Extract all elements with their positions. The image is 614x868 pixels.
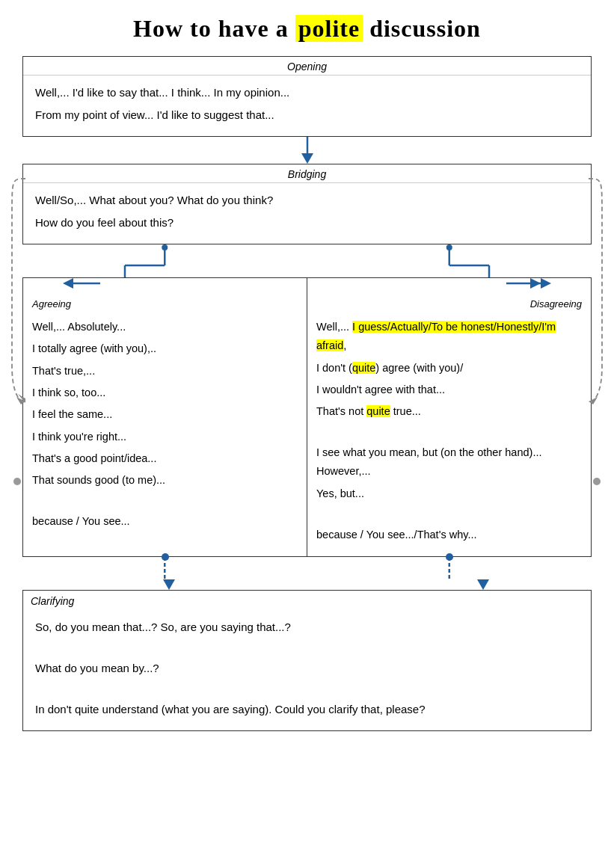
clarifying-content: So, do you mean that...? So, are you say…: [23, 610, 591, 731]
title-highlight: polite: [295, 15, 363, 42]
title-before: How to have a: [133, 15, 295, 42]
bridging-line1: Well/So,... What about you? What do you …: [35, 191, 579, 210]
clarifying-line1: So, do you mean that...? So, are you say…: [35, 618, 579, 637]
arrow-opening-bridging: [22, 137, 592, 164]
agree-line8: That sounds good (to me)...: [32, 471, 298, 490]
disagree-line2: I don't (quite) agree (with you)/: [316, 359, 582, 378]
agree-line6: I think you're right...: [32, 428, 298, 446]
clarifying-header: Clarifying: [23, 591, 591, 610]
agree-line9: because / You see...: [32, 512, 298, 531]
opening-section: Opening Well,... I'd like to say that...…: [22, 56, 592, 137]
down-arrow-svg: [300, 137, 315, 164]
agree-line5: I feel the same...: [32, 405, 298, 424]
clarifying-line2: What do you mean by...?: [35, 659, 579, 678]
svg-marker-17: [541, 278, 551, 289]
disagree-line3: I wouldn't agree with that...: [316, 381, 582, 399]
bridging-line2: How do you feel about this?: [35, 213, 579, 233]
disagree-highlight1: I guess/Actually/To be honest/Honestly/I…: [316, 321, 556, 351]
columns-container: Agreeing Well,... Absolutely... I totall…: [22, 277, 592, 557]
disagree-line4: That's not quite true...: [316, 402, 582, 421]
clarifying-line3: In don't quite understand (what you are …: [35, 700, 579, 719]
opening-label: Opening: [23, 57, 591, 76]
bridging-label: Bridging: [23, 164, 591, 183]
disagreeing-label: Disagreeing: [316, 296, 582, 313]
page-title: How to have a polite discussion: [22, 15, 592, 43]
disagree-arrow-svg: [506, 277, 551, 290]
bridging-section: Bridging Well/So,... What about you? Wha…: [22, 164, 592, 244]
bridging-connector-svg: [22, 244, 592, 277]
svg-marker-22: [477, 579, 489, 590]
opening-line1: Well,... I'd like to say that... I think…: [35, 83, 579, 102]
agree-line2: I totally agree (with you),..: [32, 339, 298, 358]
disagree-quite2: quite: [366, 405, 390, 417]
right-side-dot: [593, 478, 601, 485]
disagree-line7: because / You see.../That's why...: [316, 526, 582, 544]
agree-arrow-svg: [63, 277, 108, 290]
left-side-dot: [13, 478, 21, 485]
disagreeing-column: Disagreeing Well,... I guess/Actually/To…: [307, 277, 592, 557]
svg-marker-13: [63, 278, 73, 289]
opening-content: Well,... I'd like to say that... I think…: [23, 76, 591, 136]
disagree-line6: Yes, but...: [316, 484, 582, 503]
clarifying-label: Clarifying: [31, 595, 74, 607]
disagree-line1: Well,... I guess/Actually/To be honest/H…: [316, 318, 582, 356]
right-dashed-arrow-svg: [584, 171, 605, 410]
bottom-connectors: [22, 557, 592, 590]
title-after: discussion: [363, 15, 481, 42]
svg-marker-1: [301, 153, 313, 164]
bottom-connector-svg: [22, 557, 592, 590]
disagree-quite1: quite: [352, 362, 375, 374]
bridging-container: Bridging Well/So,... What about you? Wha…: [22, 164, 592, 590]
disagree-line5: I see what you mean, but (on the other h…: [316, 443, 582, 481]
agreeing-label: Agreeing: [32, 296, 298, 313]
agree-line3: That's true,...: [32, 362, 298, 381]
agree-line4: I think so, too...: [32, 384, 298, 402]
agree-line7: That's a good point/idea...: [32, 449, 298, 468]
svg-marker-20: [163, 579, 175, 590]
opening-line2: From my point of view... I'd like to sug…: [35, 105, 579, 125]
svg-marker-4: [589, 397, 598, 404]
clarifying-section: Clarifying So, do you mean that...? So, …: [22, 590, 592, 732]
agree-line1: Well,... Absolutely...: [32, 318, 298, 336]
left-dashed-arrow-svg: [9, 171, 30, 410]
bridging-content: Well/So,... What about you? What do you …: [23, 183, 591, 244]
svg-marker-16: [530, 278, 541, 289]
bridging-connectors: [22, 244, 592, 277]
agreeing-column: Agreeing Well,... Absolutely... I totall…: [22, 277, 307, 557]
